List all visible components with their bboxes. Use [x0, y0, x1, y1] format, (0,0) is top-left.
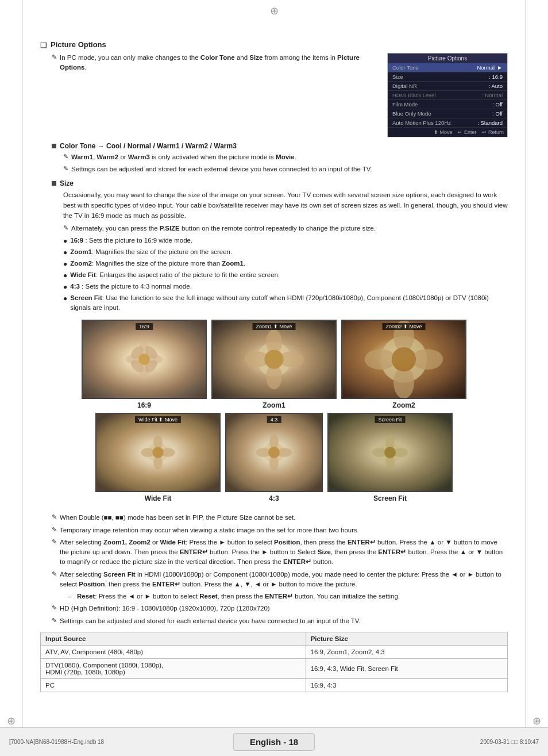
- left-margin: [0, 0, 23, 756]
- screen-overlay-169: 16:9: [136, 323, 153, 330]
- screen-item-43: 4:3 4:3: [225, 413, 323, 502]
- flower-bg-screenfit: [329, 414, 451, 491]
- note-text-hd: HD (High Definition): 16:9 - 1080i/1080p…: [60, 604, 270, 613]
- filled-square-icon: [52, 144, 56, 148]
- note-zoom-widefit: ✎ After selecting Zoom1, Zoom2 or Wide F…: [40, 538, 508, 567]
- screen-caption-43: 4:3: [269, 494, 279, 502]
- flower-bg-zoom2: [342, 321, 465, 398]
- color-tone-heading: Color Tone → Cool / Normal / Warm1 / War…: [60, 142, 237, 150]
- screen-caption-widefit: Wide Fit: [145, 494, 172, 502]
- color-tone-section: Color Tone → Cool / Normal / Warm1 / War…: [52, 142, 508, 175]
- note-icon-double: ✎: [52, 513, 57, 521]
- film-mode-value: : Off: [492, 101, 503, 108]
- screens-grid: 16:9 16:9: [40, 320, 508, 506]
- picture-options-row: ✎ In PC mode, you can only make changes …: [40, 53, 508, 137]
- svg-point-9: [138, 354, 150, 365]
- panel-row-auto-motion[interactable]: Auto Motion Plus 120Hz : Standard: [388, 118, 507, 128]
- screen-frame-43: 4:3: [225, 413, 323, 492]
- note-icon-psize: ✎: [63, 224, 68, 232]
- panel-row-size[interactable]: Size : 16:9: [388, 72, 507, 82]
- picture-options-heading: ❑ Picture Options: [40, 40, 508, 49]
- size-paragraph: Occasionally, you may want to change the…: [63, 190, 508, 221]
- table-row: PC 16:9, 4:3: [41, 678, 508, 692]
- note-icon-1: ✎: [52, 53, 57, 61]
- screens-row-2: Wide Fit ⬆ Move Wide Fit: [40, 413, 508, 502]
- screens-row-1: 16:9 16:9: [40, 320, 508, 409]
- table-header-size: Picture Size: [306, 632, 507, 645]
- screen-overlay-widefit: Wide Fit ⬆ Move: [135, 416, 181, 423]
- bottom-notes: ✎ When Double (■■, ■■) mode has been set…: [40, 513, 508, 626]
- panel-row-digital-nr[interactable]: Digital NR : Auto: [388, 82, 507, 91]
- screen-caption-169: 16:9: [137, 401, 151, 409]
- note-screenfit: ✎ After selecting Screen Fit in HDMI (10…: [40, 570, 508, 590]
- panel-row-blue-only[interactable]: Blue Only Mode : Off: [388, 109, 507, 118]
- note-reset: – Reset: Press the ◄ or ► button to sele…: [40, 592, 508, 601]
- footer-left-text: [7000-NA]BN68-01988H-Eng.indb 18: [9, 739, 104, 745]
- color-tone-label: Color Tone: [392, 64, 419, 71]
- note-icon-warm: ✎: [63, 153, 68, 160]
- page-container: ⊕ ❑ Picture Options ✎ In PC mode, you ca…: [0, 0, 548, 756]
- note-icon-retention: ✎: [52, 526, 57, 534]
- svg-point-20: [411, 350, 443, 370]
- note-text-zoom: After selecting Zoom1, Zoom2 or Wide Fit…: [60, 538, 508, 567]
- note-icon-zoom: ✎: [52, 538, 57, 546]
- note-icon-hd: ✎: [52, 604, 57, 612]
- screen-caption-zoom2: Zoom2: [392, 401, 415, 409]
- bullet-zoom1: ● Zoom1: Magnifies the size of the pictu…: [63, 247, 508, 258]
- screen-overlay-43: 4:3: [267, 416, 281, 423]
- crosshair-top-icon: ⊕: [270, 5, 279, 17]
- note-icon-settings: ✎: [63, 165, 68, 172]
- auto-motion-value: : Standard: [477, 120, 503, 126]
- blue-only-value: : Off: [492, 110, 503, 117]
- note-text-retention: Temporary image retention may occur when…: [60, 525, 359, 535]
- digital-nr-label: Digital NR: [392, 83, 417, 89]
- page-number-badge: English - 18: [233, 733, 315, 751]
- note-double: ✎ When Double (■■, ■■) mode has been set…: [40, 513, 508, 523]
- note-icon-settings2: ✎: [52, 617, 57, 624]
- panel-row-hdmi-black[interactable]: HDMI Black Level : Normal: [388, 91, 507, 100]
- checkbox-icon: ❑: [40, 41, 47, 49]
- footer-right-text: 2009-03-31 □□ 8:10:47: [480, 739, 539, 745]
- size-value: : 16:9: [489, 74, 503, 80]
- film-mode-label: Film Mode: [392, 101, 418, 108]
- flower-bg-widefit: [97, 414, 219, 491]
- screen-overlay-zoom2: Zoom2 ⬆ Move: [382, 323, 425, 330]
- footer-page-label: English - 18: [250, 737, 298, 747]
- screen-item-screenfit: Screen Fit Screen Fit: [327, 413, 453, 502]
- screen-item-widefit: Wide Fit ⬆ Move Wide Fit: [95, 413, 221, 502]
- table-cell-atv-size: 16:9, Zoom1, Zoom2, 4:3: [306, 645, 507, 658]
- note-icon-screenfit2: ✎: [52, 570, 57, 578]
- panel-title: Picture Options: [388, 53, 507, 63]
- table-cell-pc: PC: [41, 678, 306, 692]
- color-tone-title: Color Tone → Cool / Normal / Warm1 / War…: [52, 142, 508, 150]
- bullet-169: ● 16:9 : Sets the picture to 16:9 wide m…: [63, 236, 508, 246]
- panel-enter: ↵ Enter: [458, 129, 476, 135]
- screen-frame-screenfit: Screen Fit: [327, 413, 453, 492]
- bullet-screenfit: ● Screen Fit: Use the function to see th…: [63, 293, 508, 313]
- flower-bg-169: [83, 321, 206, 398]
- size-label: Size: [392, 74, 403, 80]
- panel-move: ⬆ Move: [434, 129, 453, 135]
- note-text-reset: – Reset: Press the ◄ or ► button to sele…: [68, 592, 400, 601]
- svg-point-27: [152, 447, 163, 458]
- right-margin: [525, 0, 548, 756]
- filled-square-size-icon: [52, 181, 56, 186]
- section-title-text: Picture Options: [51, 40, 106, 49]
- svg-point-39: [384, 447, 396, 458]
- panel-return: ↩ Return: [482, 129, 504, 135]
- table-cell-dtv-size: 16:9, 4:3, Wide Fit, Screen Fit: [306, 658, 507, 678]
- panel-row-film-mode[interactable]: Film Mode : Off: [388, 100, 507, 109]
- screen-item-zoom2: Zoom2 ⬆ Move Zoom2: [341, 320, 466, 409]
- screen-frame-zoom1: Zoom1 ⬆ Move: [211, 320, 337, 399]
- note-text-1: In PC mode, you can only make changes to…: [60, 53, 376, 73]
- table-row: ATV, AV, Component (480i, 480p) 16:9, Zo…: [41, 645, 508, 658]
- screen-overlay-zoom1: Zoom1 ⬆ Move: [252, 323, 295, 330]
- screen-item-169: 16:9 16:9: [82, 320, 207, 409]
- note-text-screenfit2: After selecting Screen Fit in HDMI (1080…: [60, 570, 508, 590]
- svg-point-33: [268, 447, 280, 458]
- blue-only-label: Blue Only Mode: [392, 110, 431, 117]
- note-hd: ✎ HD (High Definition): 16:9 - 1080i/108…: [40, 604, 508, 613]
- panel-row-color-tone[interactable]: Color Tone Normal ►: [388, 63, 507, 72]
- table-cell-pc-size: 16:9, 4:3: [306, 678, 507, 692]
- note-settings2: ✎ Settings can be adjusted and stored fo…: [40, 616, 508, 626]
